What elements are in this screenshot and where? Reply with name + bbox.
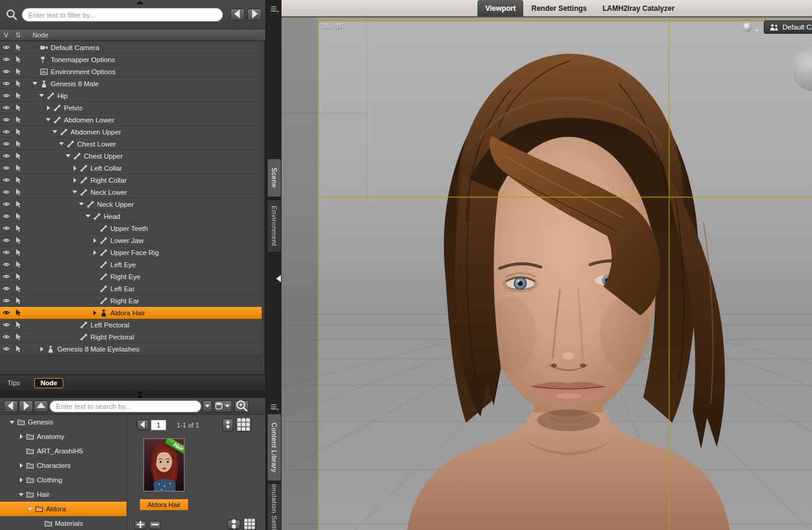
visibility-eye-icon[interactable] (0, 273, 12, 280)
content-folder-row[interactable]: Anatomy (0, 429, 127, 444)
content-forward-button[interactable] (19, 400, 33, 412)
expander-toggle[interactable] (65, 153, 72, 160)
scene-node-row[interactable]: Pelvis (0, 102, 262, 114)
visibility-eye-icon[interactable] (0, 152, 12, 160)
visibility-eye-icon[interactable] (0, 285, 12, 292)
tab-simulation-settings[interactable]: Simulation Settings (267, 484, 282, 530)
scene-node-row[interactable]: Aldora Hair (0, 307, 262, 319)
expander-toggle[interactable] (78, 201, 85, 208)
visibility-eye-icon[interactable] (0, 140, 12, 148)
visibility-eye-icon[interactable] (0, 333, 12, 341)
scene-node-row[interactable]: Abdomen Upper (0, 126, 262, 138)
draw-style-selector[interactable] (742, 22, 760, 33)
scene-node-row[interactable]: Left Collar (0, 162, 262, 174)
content-folder-row[interactable]: Genesis (0, 415, 127, 429)
selectable-cursor-icon[interactable] (12, 345, 24, 353)
scene-filter-input[interactable] (22, 8, 223, 22)
selectable-cursor-icon[interactable] (12, 92, 24, 99)
horizontal-splitter[interactable] (0, 391, 265, 398)
search-go-button[interactable] (234, 400, 249, 412)
expander-toggle[interactable] (71, 189, 78, 196)
content-folder-row[interactable]: Materials (0, 516, 127, 530)
selectable-cursor-icon[interactable] (12, 116, 24, 124)
scene-node-row[interactable]: Lower Jaw (0, 235, 262, 247)
scene-node-row[interactable]: Upper Teeth (0, 222, 262, 235)
expander-toggle[interactable] (17, 433, 25, 440)
scene-node-row[interactable]: Head (0, 210, 262, 222)
selectable-cursor-icon[interactable] (12, 200, 24, 208)
search-options-dropdown[interactable] (203, 400, 212, 412)
expander-toggle[interactable] (38, 345, 45, 353)
selectable-cursor-icon[interactable] (12, 152, 24, 160)
content-folder-row[interactable]: Characters (0, 458, 127, 473)
selectable-cursor-icon[interactable] (12, 321, 24, 329)
selectable-cursor-icon[interactable] (12, 260, 24, 268)
scene-node-row[interactable]: Left Pectoral (0, 319, 262, 331)
expander-toggle[interactable] (8, 418, 16, 426)
visibility-eye-icon[interactable] (0, 224, 12, 232)
scene-node-row[interactable]: Genesis 8 Male Eyelashes (0, 343, 262, 355)
node-view-button[interactable]: Node (34, 378, 63, 388)
scene-node-row[interactable]: Neck Lower (0, 186, 262, 198)
database-filter-button[interactable] (214, 400, 232, 412)
pane-collapse-arrow[interactable] (276, 275, 281, 282)
scene-node-row[interactable]: Environment Options (0, 66, 262, 78)
scene-node-row[interactable]: Chest Upper (0, 150, 262, 162)
scene-node-row[interactable]: Genesis 8 Male (0, 78, 262, 90)
expander-toggle[interactable] (84, 213, 92, 220)
scene-node-row[interactable]: Right Collar (0, 174, 262, 186)
visibility-eye-icon[interactable] (0, 92, 12, 99)
content-folder-row[interactable]: ART_ArashiH5 (0, 444, 127, 458)
visibility-eye-icon[interactable] (0, 104, 12, 112)
display-options-button[interactable] (243, 520, 256, 529)
visibility-eye-icon[interactable] (0, 321, 12, 329)
content-folder-row[interactable]: Clothing (0, 473, 127, 487)
visibility-eye-icon[interactable] (0, 297, 12, 304)
scene-node-row[interactable]: Default Camera (0, 42, 262, 54)
expander-toggle[interactable] (91, 249, 98, 256)
content-folder-row[interactable]: Aldora (0, 502, 127, 516)
scene-node-row[interactable]: Left Ear (0, 283, 262, 295)
sort-toggle-button[interactable] (222, 418, 233, 432)
selectable-cursor-icon[interactable] (12, 104, 24, 112)
tab-lamh2iray-catalyzer[interactable]: LAMH2Iray Catalyzer (594, 0, 682, 16)
expander-toggle[interactable] (71, 165, 78, 172)
tab-render-settings[interactable]: Render Settings (523, 0, 594, 16)
camera-selector-button[interactable]: Default Camera (764, 21, 812, 34)
selectable-cursor-icon[interactable] (12, 164, 24, 172)
selectable-cursor-icon[interactable] (12, 128, 24, 136)
visibility-eye-icon[interactable] (0, 260, 12, 268)
visibility-eye-icon[interactable] (0, 188, 12, 196)
expander-toggle[interactable] (38, 92, 45, 99)
filter-forward-button[interactable] (247, 8, 262, 21)
selectable-cursor-icon[interactable] (12, 212, 24, 220)
selectable-cursor-icon[interactable] (12, 248, 24, 256)
tab-viewport[interactable]: Viewport (477, 0, 523, 16)
content-search-input[interactable] (49, 400, 201, 412)
scene-node-row[interactable]: Neck Upper (0, 198, 262, 210)
expander-toggle[interactable] (71, 177, 78, 184)
viewport-canvas[interactable]: 16 : 16 Default Camera (282, 16, 812, 530)
selectable-cursor-icon[interactable] (12, 309, 24, 317)
visibility-eye-icon[interactable] (0, 248, 12, 256)
page-previous-button[interactable] (137, 420, 149, 431)
visibility-eye-icon[interactable] (0, 68, 12, 75)
selectable-cursor-icon[interactable] (12, 188, 24, 196)
visibility-eye-icon[interactable] (0, 212, 12, 220)
selectable-cursor-icon[interactable] (12, 297, 24, 304)
expander-toggle[interactable] (17, 491, 25, 498)
visibility-eye-icon[interactable] (0, 236, 12, 244)
selectable-cursor-icon[interactable] (12, 43, 24, 51)
pane-menu-icon[interactable] (269, 403, 279, 412)
content-up-button[interactable] (34, 400, 48, 412)
expander-toggle[interactable] (58, 140, 65, 148)
tab-scene[interactable]: Scene (267, 159, 282, 197)
visibility-eye-icon[interactable] (0, 164, 12, 172)
expander-toggle[interactable] (27, 505, 34, 513)
selectable-cursor-icon[interactable] (12, 236, 24, 244)
selectable-cursor-icon[interactable] (12, 333, 24, 341)
visibility-eye-icon[interactable] (0, 345, 12, 353)
scene-node-row[interactable]: Right Eye (0, 271, 262, 283)
selectable-cursor-icon[interactable] (12, 55, 24, 63)
product-thumbnail[interactable]: Hair (143, 438, 184, 491)
